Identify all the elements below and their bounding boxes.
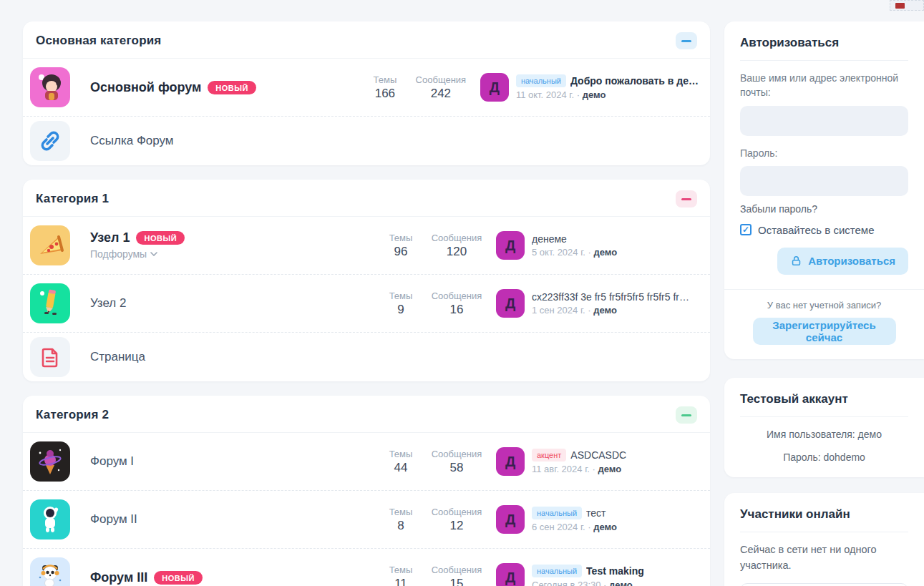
category-block-2: Категория 2 Форум I [23,396,710,586]
collapse-button[interactable] [676,32,697,49]
stat-messages: Сообщения 12 [429,507,485,533]
last-post-date: 6 сен 2024 г. [532,522,585,532]
subforums-toggle[interactable]: Подфорумы [90,248,157,260]
remember-row: ✓ Оставайтесь в системе [740,224,908,236]
forum-link[interactable]: Узел 2 [90,296,126,311]
stay-logged-in-checkbox[interactable]: ✓ [740,224,752,235]
stat-topics: Темы 166 [357,74,413,101]
forum-link[interactable]: Основной форум [90,80,201,95]
debug-red-icon [895,3,905,9]
girl-cartoon-icon [30,67,70,107]
forum-avatar[interactable] [30,67,70,107]
user-avatar[interactable]: Д [496,289,525,318]
last-post-author[interactable]: демо [609,580,633,586]
new-badge: НОВЫЙ [208,81,256,94]
astronaut-icon [30,499,70,539]
collapse-button[interactable] [676,190,697,207]
forum-avatar[interactable] [30,225,70,265]
forum-avatar[interactable] [30,557,70,586]
last-post-meta: 6 сен 2024 г. · демо [532,522,617,532]
last-post: Д начальный тест 6 сен 2024 г. · демо [496,505,699,534]
chevron-down-icon [150,252,157,256]
category-title: Категория 1 [36,192,109,206]
user-avatar[interactable]: Д [496,231,525,260]
pencil-character-icon [30,283,70,323]
test-account-widget: Тестовый аккаунт Имя пользователя: демо … [724,378,924,477]
last-thread-link[interactable]: тест [586,507,606,519]
login-button[interactable]: Авторизоваться [777,248,908,275]
user-avatar[interactable]: Д [496,505,525,534]
forum-row-forum-1: Форум I Темы 44 Сообщения 58 Д акцент AS… [23,433,710,490]
last-thread-link[interactable]: cx223ff33f 3e fr5 fr5fr5fr5 fr5fr5 fr… [532,291,689,303]
stat-messages: Сообщения 15 [429,565,485,586]
last-thread-link[interactable]: денеме [532,233,567,245]
forum-link[interactable]: Страница [90,350,145,364]
debug-widget[interactable] [890,0,924,11]
minus-icon [681,414,691,416]
lock-icon [790,255,802,267]
login-widget: Авторизоваться Ваше имя или адрес электр… [724,21,924,359]
login-name-label: Ваше имя или адрес электронной почты: [740,71,908,100]
last-post-meta: 11 авг. 2024 г. · демо [532,464,626,474]
forum-link[interactable]: Форум I [90,454,134,469]
category-header: Категория 1 [23,180,710,217]
forum-avatar[interactable] [30,441,70,482]
forum-link[interactable]: Форум III [90,570,147,585]
thread-prefix-badge: начальный [516,74,566,87]
forum-info: Форум I [90,454,373,469]
forum-row-uzel-2: Узел 2 Темы 9 Сообщения 16 Д cx223ff33f … [23,274,710,332]
user-avatar[interactable]: Д [496,563,525,586]
thread-prefix-badge: акцент [532,449,566,462]
forum-avatar[interactable] [30,499,70,539]
forum-list: Основная категория Основной форум НОВЫЙ [23,21,710,586]
user-avatar[interactable]: Д [480,73,509,102]
new-badge: НОВЫЙ [154,571,203,585]
last-post-date: Сегодня в 23:30 [532,580,600,586]
forum-avatar[interactable] [30,283,70,323]
space-icecream-icon [30,441,70,482]
last-post-author[interactable]: демо [594,247,618,258]
members-online-title: Участники онлайн [740,507,908,532]
forgot-password-link[interactable]: Забыли пароль? [740,203,817,215]
login-password-input[interactable] [740,166,908,196]
last-post-author[interactable]: демо [598,464,622,474]
members-online-totals: Всего: 3 (участники: 0, гости: 3) [740,583,908,586]
stat-topics: Темы 11 [373,565,429,586]
last-post-author[interactable]: демо [583,89,606,100]
forum-avatar[interactable] [30,121,70,161]
forum-info: Форум III НОВЫЙ [90,570,373,585]
last-thread-link[interactable]: Test making [586,565,644,577]
last-post-author[interactable]: демо [593,305,617,316]
last-thread-link[interactable]: Добро пожаловать в де… [570,75,699,87]
last-post: Д акцент ASDCASDC 11 авг. 2024 г. · демо [496,447,699,476]
last-post: Д начальный Добро пожаловать в де… 11 ок… [480,73,699,102]
login-title: Авторизоваться [740,36,908,61]
test-username: Имя пользователя: демо [740,429,908,440]
stat-topics: Темы 44 [373,449,429,475]
last-post-meta: 11 окт. 2024 г. · демо [516,89,699,100]
last-post: Д денеме 5 окт. 2024 г. · демо [496,231,699,260]
category-title: Основная категория [36,34,161,48]
last-post-meta: 5 окт. 2024 г. · демо [532,247,617,258]
forum-info: Узел 1 НОВЫЙ Подфорумы [90,230,373,260]
last-thread-link[interactable]: ASDCASDC [570,449,626,461]
last-post: Д начальный Test making Сегодня в 23:30 … [496,563,699,586]
last-post-author[interactable]: демо [593,522,617,532]
forum-row-stranitsa: Страница [23,332,710,381]
forum-link[interactable]: Узел 1 [90,230,130,245]
last-post-date: 1 сен 2024 г. [532,305,585,316]
login-name-input[interactable] [740,106,908,136]
forum-link[interactable]: Форум II [90,512,137,527]
category-block-main: Основная категория Основной форум НОВЫЙ [23,21,710,165]
collapse-button[interactable] [676,406,697,424]
forum-link[interactable]: Ссылка Форум [90,134,174,148]
user-avatar[interactable]: Д [496,447,525,476]
last-post-date: 11 окт. 2024 г. [516,89,574,100]
register-button[interactable]: Зарегистрируйтесь сейчас [753,318,896,345]
forum-avatar[interactable] [30,337,70,377]
forum-row-ssylka-forum: Ссылка Форум [23,116,710,165]
category-header: Основная категория [23,21,710,59]
forum-info: Форум II [90,512,373,527]
test-account-title: Тестовый аккаунт [740,392,908,417]
register-block: У вас нет учетной записи? Зарегистрируйт… [724,289,924,359]
